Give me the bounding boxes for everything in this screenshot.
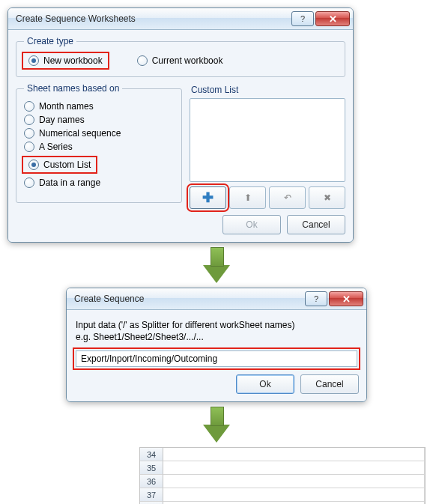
input-highlight	[74, 349, 359, 368]
spreadsheet-row: 37	[140, 488, 425, 502]
row-number[interactable]: 36	[140, 475, 163, 488]
radio-dot	[28, 55, 39, 66]
sequence-input[interactable]	[76, 350, 357, 367]
create-sequence-worksheets-dialog: Create Sequence Worksheets ? ✕ Create ty…	[7, 7, 354, 243]
cancel-button[interactable]: Cancel	[287, 215, 345, 234]
plus-icon: ✚	[202, 191, 214, 204]
dialog-footer: Ok Cancel	[16, 215, 345, 234]
x-icon: ✖	[324, 192, 331, 203]
instruction-line-2: e.g. Sheet1/Sheet2/Sheet3/.../...	[76, 332, 204, 342]
spreadsheet-rows: 3435363738	[140, 448, 425, 504]
radio-label: Numerical sequence	[39, 128, 121, 139]
add-button[interactable]: ✚	[190, 186, 226, 209]
button-label: Ok	[246, 219, 257, 230]
radio-dot	[137, 55, 148, 66]
dialog-title: Create Sequence	[74, 294, 303, 304]
radio-current-workbook[interactable]: Current workbook	[137, 54, 223, 67]
radio-dot	[24, 115, 34, 125]
radio-a-series[interactable]: A Series	[24, 142, 174, 152]
spreadsheet-row: 34	[140, 448, 425, 461]
custom-list-panel: Custom List ✚ ⬆ ↶ ✖	[190, 83, 345, 209]
radio-label: Custom List	[43, 160, 91, 170]
radio-new-workbook[interactable]: New workbook	[24, 54, 107, 67]
create-type-group: Create type New workbook Current workboo…	[16, 36, 345, 77]
titlebar[interactable]: Create Sequence ? ✕	[67, 288, 366, 310]
spreadsheet-row: 35	[140, 461, 425, 475]
custom-list-legend: Custom List	[191, 85, 345, 95]
radio-day-names[interactable]: Day names	[24, 115, 174, 125]
ok-button[interactable]: Ok	[222, 215, 281, 234]
close-icon: ✕	[329, 13, 337, 25]
dialog-footer: Ok Cancel	[74, 374, 359, 394]
row-number[interactable]: 34	[140, 448, 163, 461]
radio-dot	[24, 142, 34, 152]
cell[interactable]	[163, 448, 425, 461]
flow-arrow-2	[7, 407, 426, 443]
radio-label: A Series	[39, 142, 73, 152]
help-button[interactable]: ?	[305, 291, 327, 306]
close-icon: ✕	[342, 294, 351, 305]
ok-button[interactable]: Ok	[236, 374, 294, 394]
radio-label: Month names	[39, 101, 94, 112]
close-button[interactable]: ✕	[315, 11, 350, 26]
custom-list-box[interactable]	[190, 98, 345, 182]
dialog-title: Create Sequence Worksheets	[16, 13, 290, 24]
cell[interactable]	[163, 475, 425, 488]
radio-label: New workbook	[43, 55, 103, 66]
delete-button[interactable]: ✖	[309, 186, 345, 209]
sheet-names-group: Sheet names based on Month names Day nam…	[16, 83, 182, 203]
radio-dot	[24, 177, 34, 188]
button-label: Cancel	[302, 219, 330, 230]
button-label: Ok	[259, 379, 270, 389]
radio-dot	[24, 101, 34, 112]
row-number[interactable]: 37	[140, 488, 163, 502]
radio-dot	[28, 160, 39, 170]
help-button[interactable]: ?	[291, 11, 314, 26]
radio-custom-list[interactable]: Custom List	[24, 158, 95, 171]
undo-button[interactable]: ↶	[269, 186, 306, 209]
radio-numerical-sequence[interactable]: Numerical sequence	[24, 128, 174, 139]
close-button[interactable]: ✕	[329, 291, 363, 306]
cell[interactable]	[163, 461, 425, 475]
move-up-button[interactable]: ⬆	[229, 186, 266, 209]
radio-label: Day names	[39, 115, 85, 125]
cell[interactable]	[163, 488, 425, 502]
instruction-line-1: Input data ('/' as Splitter for differen…	[76, 320, 295, 330]
arrow-down-icon	[203, 425, 230, 443]
radio-dot	[24, 128, 34, 139]
create-sequence-dialog: Create Sequence ? ✕ Input data ('/' as S…	[66, 288, 367, 402]
titlebar[interactable]: Create Sequence Worksheets ? ✕	[8, 8, 353, 30]
spreadsheet-row: 36	[140, 475, 425, 488]
create-type-legend: Create type	[24, 36, 76, 46]
radio-data-in-range[interactable]: Data in a range	[24, 177, 174, 188]
cancel-button[interactable]: Cancel	[300, 374, 359, 394]
button-label: Cancel	[315, 379, 343, 389]
flow-arrow-1	[7, 247, 426, 283]
radio-label: Current workbook	[152, 55, 223, 66]
spreadsheet-view: 3435363738 ⏮ ◀ ▶ ⏭ ExportInportIncomingO…	[139, 447, 426, 504]
radio-month-names[interactable]: Month names	[24, 101, 174, 112]
undo-icon: ↶	[284, 192, 291, 203]
arrow-down-icon	[203, 265, 230, 283]
radio-label: Data in a range	[39, 177, 100, 188]
instruction-text: Input data ('/' as Splitter for differen…	[76, 319, 357, 343]
row-number[interactable]: 35	[140, 461, 163, 475]
arrow-up-icon: ⬆	[244, 192, 252, 203]
sheet-names-legend: Sheet names based on	[24, 83, 122, 94]
custom-list-toolbar: ✚ ⬆ ↶ ✖	[190, 186, 345, 209]
